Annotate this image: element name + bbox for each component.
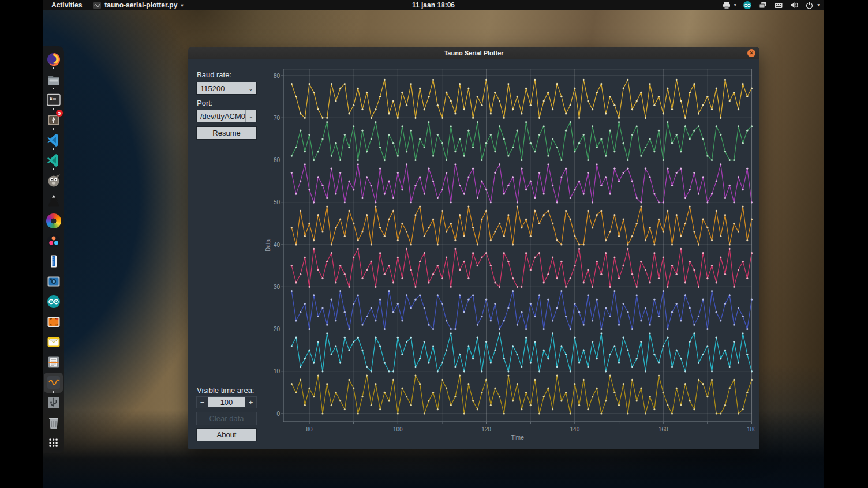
ruler-icon [46,254,61,269]
app-menu[interactable]: tauno-serial-plotter.py ▾ [93,1,183,9]
decrement-button[interactable]: − [197,397,208,408]
svg-text:80: 80 [306,426,313,433]
chevron-down-icon[interactable]: ⌄ [245,82,256,94]
resume-button[interactable]: Resume [196,126,257,140]
port-label: Port: [197,99,212,107]
plot-container: 8010012014016018001020304050607080TimeDa… [262,61,755,444]
arduino-ide-icon [46,294,61,309]
scanner-icon [46,355,61,370]
dock-item-tauno-serial-plotter[interactable] [44,373,63,393]
dock-item-color-wheel[interactable] [44,211,63,231]
visible-time-label: Visible time area: [197,386,254,395]
about-button[interactable]: About [196,428,257,441]
port-select[interactable]: /dev/ttyACM0 ⌄ [196,110,257,122]
time-area-input[interactable] [208,397,245,407]
close-icon: ✕ [749,51,754,56]
inkscape-icon [46,193,61,208]
svg-text:60: 60 [274,157,280,163]
window-titlebar[interactable]: Tauno Serial Plotter ✕ [188,47,760,59]
arduino-indicator-icon[interactable] [743,1,751,9]
top-bar: Activities tauno-serial-plotter.py ▾ 11 … [43,0,824,10]
dock-item-trash[interactable] [44,413,63,433]
mail-icon [46,335,61,350]
dock-item-scanner[interactable] [44,352,63,373]
dock-item-camera[interactable] [44,272,63,292]
printer-icon[interactable] [723,2,731,9]
svg-text:80: 80 [274,73,280,79]
increment-button[interactable]: + [245,397,256,408]
chevron-down-icon[interactable]: ▾ [817,3,820,7]
svg-text:180: 180 [747,426,755,433]
firefox-icon [46,52,61,67]
dock-item-davinci-resolve[interactable] [44,231,63,251]
svg-text:120: 120 [481,426,491,433]
dock-item-software-updater[interactable]: 5 [44,110,63,130]
dock-item-gimp[interactable] [44,170,63,190]
trash-icon [46,415,61,430]
dock-item-vscode[interactable] [44,130,63,150]
svg-text:40: 40 [274,242,280,248]
svg-text:100: 100 [393,426,403,433]
svg-text:10: 10 [274,368,280,374]
plot-line-channel-8 [291,376,751,414]
baud-rate-select[interactable]: 115200 ⌄ [196,82,257,95]
dock-item-terminal[interactable]: $ [44,89,63,110]
svg-text:$: $ [50,96,53,101]
color-wheel-icon [46,213,61,228]
vscode-icon [46,133,61,148]
gimp-icon [46,173,61,188]
plot-line-channel-3 [291,164,751,202]
baud-rate-value: 115200 [197,82,245,94]
svg-text:140: 140 [570,426,580,433]
svg-text:30: 30 [274,284,280,290]
clear-data-button: Clear data [196,412,257,425]
svg-text:Time: Time [511,434,524,441]
svg-text:160: 160 [659,426,668,433]
keyboard-icon[interactable] [775,2,783,9]
dock-item-mail[interactable] [44,332,63,352]
time-area-stepper: − + [196,396,257,408]
svg-text:70: 70 [274,115,280,121]
app-menu-label: tauno-serial-plotter.py [104,1,177,9]
camera-icon [46,274,61,289]
svg-text:0: 0 [276,411,280,417]
usb-creator-icon [46,395,61,410]
plot-line-channel-2 [291,122,751,160]
chevron-down-icon[interactable]: ▾ [734,3,736,7]
dock-item-arduino-ide[interactable] [44,292,63,312]
svg-text:20: 20 [274,326,280,332]
sine-wave-icon [93,2,101,9]
volume-icon[interactable] [790,2,798,9]
dock-item-firefox[interactable] [44,49,63,69]
workspaces-icon[interactable] [759,2,767,9]
svg-text:50: 50 [274,199,280,205]
dock-item-orange-console[interactable] [44,312,63,332]
app-window: Tauno Serial Plotter ✕ Baud rate: 115200… [188,47,760,449]
plot-line-channel-6 [291,291,751,329]
serial-plot[interactable]: 8010012014016018001020304050607080TimeDa… [262,61,755,444]
close-button[interactable]: ✕ [747,49,755,57]
clock-label[interactable]: 11 jaan 18:06 [412,1,455,9]
chevron-down-icon[interactable]: ⌄ [246,110,256,122]
desktop-wallpaper: Activities tauno-serial-plotter.py ▾ 11 … [43,0,824,488]
dock-item-app-grid[interactable] [44,433,63,453]
app-grid-icon [46,436,61,451]
baud-rate-label: Baud rate: [197,70,231,79]
dock-item-files[interactable] [44,69,63,89]
dock-item-inkscape[interactable] [44,190,63,211]
plot-line-channel-5 [291,249,751,287]
port-value: /dev/ttyACM0 [197,110,245,122]
dock-item-usb-creator[interactable] [44,393,63,413]
plot-line-channel-1 [291,80,751,118]
plot-line-channel-4 [291,207,751,245]
window-title: Tauno Serial Plotter [444,50,503,57]
notification-badge: 5 [56,110,63,117]
dock-item-vscodium[interactable] [44,150,63,170]
davinci-resolve-icon [46,234,61,249]
dock-item-ruler[interactable] [44,251,63,271]
power-icon[interactable] [806,2,813,9]
activities-button[interactable]: Activities [49,1,84,9]
terminal-icon: $ [46,92,61,107]
plot-line-channel-7 [291,333,751,371]
svg-text:Data: Data [265,239,271,252]
